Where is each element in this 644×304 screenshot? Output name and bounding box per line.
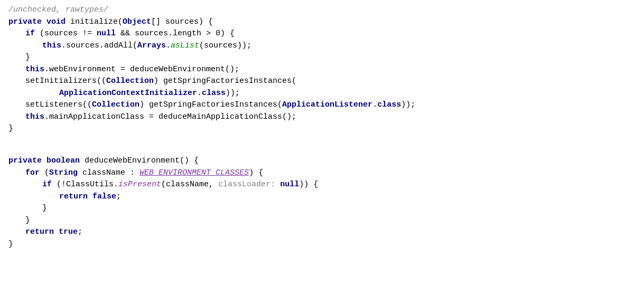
- code-line-8: ApplicationContextInitializer.class));: [8, 88, 636, 100]
- code-line-1: /unchecked, rawtypes/: [8, 4, 636, 16]
- code-line-empty: [8, 139, 636, 151]
- code-line-4: this.sources.addAll(Arrays.asList(source…: [8, 40, 636, 52]
- code-block: /unchecked, rawtypes/ private void initi…: [0, 4, 644, 250]
- code-line-9: setListeners((Collection) getSpringFacto…: [8, 99, 636, 111]
- code-line-13: for (String className : WEB_ENVIRONMENT_…: [8, 167, 636, 179]
- code-line-2: private void initialize(Object[] sources…: [8, 16, 636, 28]
- code-line-5: }: [8, 52, 636, 64]
- code-line-18: return true;: [8, 226, 636, 239]
- code-container: /unchecked, rawtypes/ private void initi…: [0, 0, 644, 304]
- code-line-3: if (sources != null && sources.length > …: [8, 28, 636, 40]
- code-line-7: setInitializers((Collection) getSpringFa…: [8, 75, 636, 88]
- code-line-10: this.mainApplicationClass = deduceMainAp…: [8, 111, 636, 124]
- code-line-11: }: [8, 123, 636, 135]
- code-line-12: private boolean deduceWebEnvironment() {: [8, 155, 636, 167]
- code-line-15: return false;: [8, 191, 636, 203]
- code-line-6: this.webEnvironment = deduceWebEnvironme…: [8, 64, 636, 76]
- code-line-17: }: [8, 215, 636, 227]
- code-line-19: }: [8, 239, 636, 251]
- code-line-14: if (!ClassUtils.isPresent(className, cla…: [8, 179, 636, 191]
- code-line-16: }: [8, 203, 636, 215]
